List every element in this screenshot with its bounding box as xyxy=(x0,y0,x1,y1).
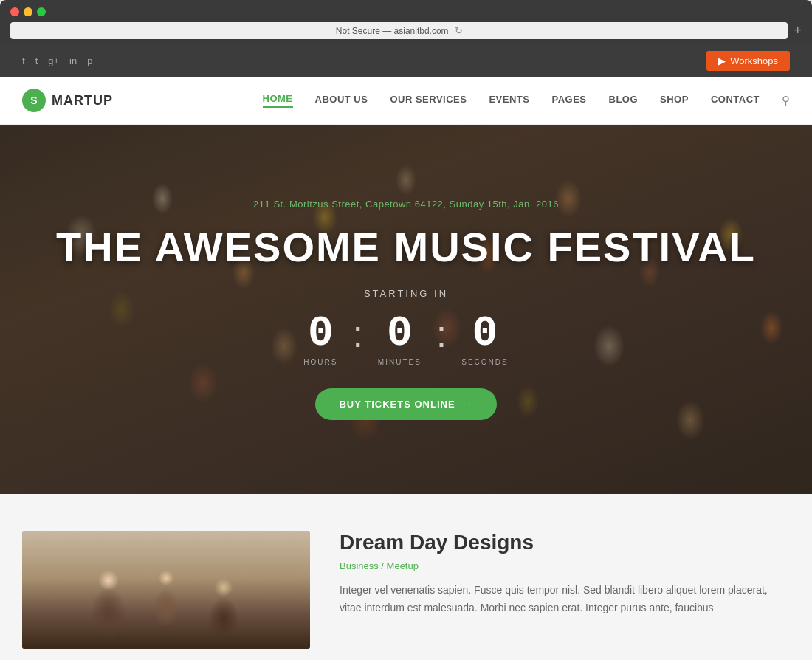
workshops-label: Workshops xyxy=(730,55,778,66)
seconds-label: SECONDS xyxy=(461,358,508,366)
logo-text: MARTUP xyxy=(52,93,113,109)
nav-about[interactable]: ABOUT US xyxy=(315,94,368,107)
countdown-hours-block: 0 HOURS xyxy=(289,312,352,366)
image-people xyxy=(22,531,310,649)
hours-label: HOURS xyxy=(303,358,337,366)
minutes-label: MINUTES xyxy=(378,358,422,366)
countdown-minutes-block: 0 MINUTES xyxy=(363,312,436,366)
content-title: Dream Day Designs xyxy=(340,531,790,554)
maximize-dot[interactable] xyxy=(37,7,46,16)
workshops-button[interactable]: ▶ Workshops xyxy=(706,51,790,71)
logo[interactable]: S MARTUP xyxy=(22,89,113,112)
content-section: Dream Day Designs Business / Meetup Inte… xyxy=(0,494,812,660)
social-icons: f t g+ in p xyxy=(22,55,92,66)
pinterest-icon[interactable]: p xyxy=(87,55,92,66)
content-category: Business / Meetup xyxy=(340,560,790,571)
hero-content: 211 St. Moritzus Street, Capetown 64122,… xyxy=(41,184,771,436)
content-body: Integer vel venenatis sapien. Fusce quis… xyxy=(340,582,790,617)
googleplus-icon[interactable]: g+ xyxy=(48,55,59,66)
nav-events[interactable]: EVENTS xyxy=(489,94,529,107)
separator-2: : xyxy=(436,312,447,353)
browser-window: Not Secure — asianitbd.com ↻ + xyxy=(0,0,812,45)
nav-shop[interactable]: SHOP xyxy=(660,94,689,107)
close-dot[interactable] xyxy=(10,7,19,16)
hero-section: 211 St. Moritzus Street, Capetown 64122,… xyxy=(0,125,812,494)
seconds-value: 0 xyxy=(461,312,508,355)
buy-tickets-label: BUY TICKETS ONLINE xyxy=(339,399,455,410)
refresh-icon[interactable]: ↻ xyxy=(455,25,463,36)
hours-value: 0 xyxy=(303,312,337,355)
buy-tickets-button[interactable]: BUY TICKETS ONLINE → xyxy=(315,388,496,420)
nav-contact[interactable]: CONTACT xyxy=(711,94,760,107)
workshops-arrow-icon: ▶ xyxy=(718,55,726,66)
browser-toolbar: Not Secure — asianitbd.com ↻ + xyxy=(10,22,802,45)
nav-pages[interactable]: PAGES xyxy=(551,94,586,107)
search-icon[interactable]: ⚲ xyxy=(782,94,790,107)
linkedin-icon[interactable]: in xyxy=(69,55,77,66)
nav-home[interactable]: HOME xyxy=(263,93,293,108)
nav-bar: S MARTUP HOME ABOUT US OUR SERVICES EVEN… xyxy=(0,77,812,125)
hero-title: THE AWESOME MUSIC FESTIVAL xyxy=(56,224,756,270)
nav-blog[interactable]: BLOG xyxy=(609,94,639,107)
address-bar[interactable]: Not Secure — asianitbd.com ↻ xyxy=(10,22,788,39)
website-content: f t g+ in p ▶ Workshops S MARTUP HOME AB… xyxy=(0,45,812,660)
nav-services[interactable]: OUR SERVICES xyxy=(390,94,467,107)
facebook-icon[interactable]: f xyxy=(22,55,25,66)
twitter-icon[interactable]: t xyxy=(35,55,38,66)
new-tab-button[interactable]: + xyxy=(794,23,802,38)
buy-tickets-arrow-icon: → xyxy=(463,399,473,410)
minimize-dot[interactable] xyxy=(24,7,32,16)
countdown: 0 HOURS : 0 MINUTES : 0 SECONDS xyxy=(56,312,756,366)
countdown-seconds-block: 0 SECONDS xyxy=(447,312,523,366)
separator-1: : xyxy=(352,312,362,353)
content-text: Dream Day Designs Business / Meetup Inte… xyxy=(340,531,790,649)
minutes-value: 0 xyxy=(378,312,422,355)
hero-starting-label: STARTING IN xyxy=(56,288,756,299)
browser-dots xyxy=(10,7,802,16)
logo-letter: S xyxy=(30,94,37,106)
hero-address: 211 St. Moritzus Street, Capetown 64122,… xyxy=(56,199,756,210)
content-image xyxy=(22,531,310,649)
top-bar: f t g+ in p ▶ Workshops xyxy=(0,45,812,77)
nav-links: HOME ABOUT US OUR SERVICES EVENTS PAGES … xyxy=(263,93,790,108)
logo-icon: S xyxy=(22,89,46,112)
address-text: Not Secure — asianitbd.com xyxy=(336,26,449,36)
